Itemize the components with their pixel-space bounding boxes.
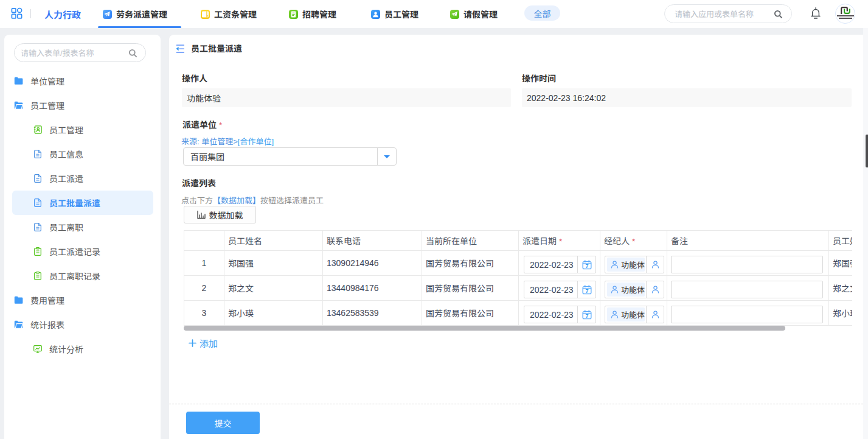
svg-text:7: 7 — [585, 313, 588, 319]
svg-text:7: 7 — [585, 288, 588, 294]
svg-text:7: 7 — [585, 263, 588, 269]
